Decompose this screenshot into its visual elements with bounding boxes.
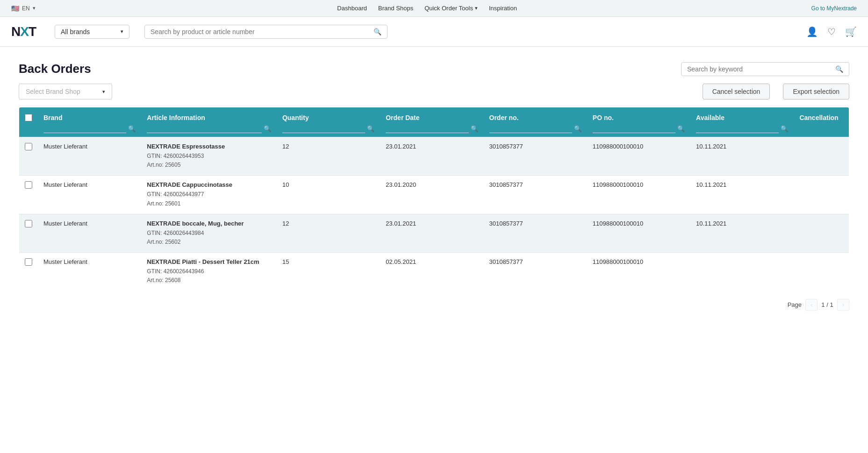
cart-icon[interactable]: 🛒 xyxy=(845,26,857,37)
nav-search-input[interactable] xyxy=(151,28,373,35)
select-all-cell[interactable] xyxy=(19,107,38,137)
row-brand: Muster Lieferant xyxy=(38,253,141,291)
brand-shop-chevron-icon: ▾ xyxy=(102,89,105,95)
col-brand: Brand 🔍 xyxy=(38,107,141,137)
pagination-prev-button[interactable]: ‹ xyxy=(805,299,818,311)
brand-select-chevron-icon: ▾ xyxy=(121,28,123,35)
table-body: Muster Lieferant NEXTRADE Espressotasse … xyxy=(19,137,849,291)
keyword-search-wrapper[interactable]: 🔍 xyxy=(681,62,849,76)
row-order-no: 3010857377 xyxy=(484,214,587,252)
wishlist-icon[interactable]: ♡ xyxy=(827,26,836,37)
main-nav: NXT All brands ▾ 🔍 👤 ♡ 🛒 xyxy=(0,17,868,47)
row-cancellation xyxy=(794,137,849,176)
row-order-no: 3010857377 xyxy=(484,253,587,291)
row-order-no: 3010857377 xyxy=(484,176,587,214)
export-selection-button[interactable]: Export selection xyxy=(783,84,849,99)
row-quantity: 12 xyxy=(277,137,380,176)
language-label: EN xyxy=(22,5,30,12)
available-col-search-icon[interactable]: 🔍 xyxy=(781,125,788,132)
row-quantity: 10 xyxy=(277,176,380,214)
col-order-no: Order no. 🔍 xyxy=(484,107,587,137)
row-order-date: 23.01.2020 xyxy=(380,176,483,214)
row-quantity: 12 xyxy=(277,214,380,252)
nav-link-inspiration[interactable]: Inspiration xyxy=(489,5,517,12)
row-order-date: 23.01.2021 xyxy=(380,137,483,176)
row-cancellation xyxy=(794,176,849,214)
nav-link-dashboard[interactable]: Dashboard xyxy=(337,5,367,12)
brand-col-search-icon[interactable]: 🔍 xyxy=(128,125,136,132)
row-brand: Muster Lieferant xyxy=(38,176,141,214)
user-icon[interactable]: 👤 xyxy=(806,26,818,37)
table-row: Muster Lieferant NEXTRADE Espressotasse … xyxy=(19,137,849,176)
col-quantity: Quantity 🔍 xyxy=(277,107,380,137)
row-brand: Muster Lieferant xyxy=(38,137,141,176)
quantity-col-search-icon[interactable]: 🔍 xyxy=(367,125,374,132)
language-chevron-icon: ▾ xyxy=(33,5,36,11)
keyword-search-input[interactable] xyxy=(687,65,835,73)
row-order-date: 23.01.2021 xyxy=(380,214,483,252)
nav-link-brand-shops[interactable]: Brand Shops xyxy=(378,5,413,12)
cancel-selection-button[interactable]: Cancel selection xyxy=(703,84,770,99)
row-po-no: 110988000100010 xyxy=(587,214,690,252)
order-no-col-search-input[interactable] xyxy=(489,124,572,133)
language-selector[interactable]: 🇺🇸 EN ▾ xyxy=(11,5,36,12)
pagination-current: 1 / 1 xyxy=(821,301,833,308)
table-row: Muster Lieferant NEXTRADE boccale, Mug, … xyxy=(19,214,849,252)
order-date-col-search-input[interactable] xyxy=(386,124,468,133)
row-checkbox[interactable] xyxy=(25,258,32,266)
quick-order-chevron-icon: ▾ xyxy=(475,5,478,11)
go-to-mynextrade-link[interactable]: Go to MyNextrade xyxy=(811,5,857,12)
order-date-col-search-icon[interactable]: 🔍 xyxy=(471,125,478,132)
available-col-search-input[interactable] xyxy=(696,124,779,133)
col-article-info: Article Information 🔍 xyxy=(141,107,277,137)
nav-link-quick-order-tools[interactable]: Quick Order Tools ▾ xyxy=(424,5,478,12)
row-checkbox[interactable] xyxy=(25,181,32,189)
page-header-row: Back Orders 🔍 xyxy=(19,62,849,76)
order-no-col-search-icon[interactable]: 🔍 xyxy=(574,125,581,132)
row-checkbox-cell[interactable] xyxy=(19,214,38,252)
row-po-no: 110988000100010 xyxy=(587,253,690,291)
logo: NXT xyxy=(11,24,36,39)
col-order-date: Order Date 🔍 xyxy=(380,107,483,137)
pagination-label: Page xyxy=(788,301,802,308)
row-article-info: NEXTRADE Piatti - Dessert Teller 21cm GT… xyxy=(141,253,277,291)
po-no-col-search-icon[interactable]: 🔍 xyxy=(677,125,685,132)
row-available: 10.11.2021 xyxy=(690,214,794,252)
col-available: Available 🔍 xyxy=(690,107,794,137)
brand-col-search-input[interactable] xyxy=(43,124,126,133)
page-title: Back Orders xyxy=(19,62,91,76)
row-article-info: NEXTRADE boccale, Mug, becher GTIN: 4260… xyxy=(141,214,277,252)
nav-icons: 👤 ♡ 🛒 xyxy=(806,26,857,37)
article-info-col-search-input[interactable] xyxy=(147,124,262,133)
po-no-col-search-input[interactable] xyxy=(593,124,675,133)
quantity-col-search-input[interactable] xyxy=(282,124,365,133)
select-all-checkbox[interactable] xyxy=(25,114,32,121)
row-available: 10.11.2021 xyxy=(690,176,794,214)
row-article-info: NEXTRADE Cappuccinotasse GTIN: 426002644… xyxy=(141,176,277,214)
row-article-info: NEXTRADE Espressotasse GTIN: 42600264439… xyxy=(141,137,277,176)
row-po-no: 110988000100010 xyxy=(587,176,690,214)
row-quantity: 15 xyxy=(277,253,380,291)
row-order-no: 3010857377 xyxy=(484,137,587,176)
col-po-no: PO no. 🔍 xyxy=(587,107,690,137)
brand-select[interactable]: All brands ▾ xyxy=(55,25,129,39)
brand-shop-select[interactable]: Select Brand Shop ▾ xyxy=(19,84,112,99)
row-cancellation xyxy=(794,214,849,252)
brand-shop-select-label: Select Brand Shop xyxy=(26,88,102,95)
row-checkbox[interactable] xyxy=(25,220,32,227)
row-available xyxy=(690,253,794,291)
table-row: Muster Lieferant NEXTRADE Piatti - Desse… xyxy=(19,253,849,291)
keyword-search-icon[interactable]: 🔍 xyxy=(835,65,843,73)
article-info-col-search-icon[interactable]: 🔍 xyxy=(264,125,271,132)
row-cancellation xyxy=(794,253,849,291)
table-row: Muster Lieferant NEXTRADE Cappuccinotass… xyxy=(19,176,849,214)
nav-search-wrapper[interactable]: 🔍 xyxy=(144,25,387,39)
table-header-row: Brand 🔍 Article Information 🔍 Quantity xyxy=(19,107,849,137)
nav-search-icon[interactable]: 🔍 xyxy=(373,28,381,35)
pagination-next-button[interactable]: › xyxy=(837,299,849,311)
row-checkbox-cell[interactable] xyxy=(19,253,38,291)
row-checkbox-cell[interactable] xyxy=(19,137,38,176)
row-checkbox-cell[interactable] xyxy=(19,176,38,214)
row-checkbox[interactable] xyxy=(25,143,32,150)
orders-table: Brand 🔍 Article Information 🔍 Quantity xyxy=(19,107,849,291)
